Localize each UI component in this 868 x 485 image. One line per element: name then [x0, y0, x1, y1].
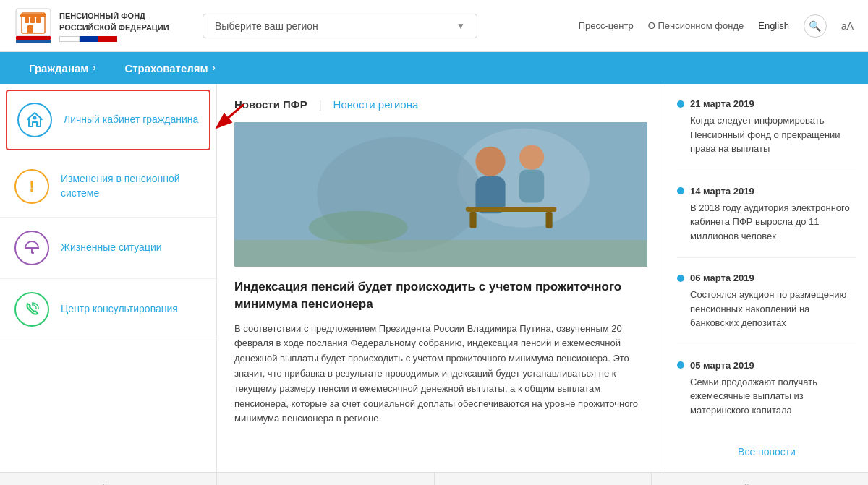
- svg-rect-7: [27, 25, 33, 33]
- news-image-svg: [234, 122, 647, 267]
- nav-chevron-icon: ›: [93, 63, 95, 73]
- news-headline: Индексация пенсий будет происходить с уч…: [234, 278, 647, 313]
- about-link[interactable]: О Пенсионном фонде: [648, 20, 744, 31]
- svg-rect-19: [519, 170, 544, 203]
- all-news-link[interactable]: Все новости: [677, 446, 856, 458]
- svg-rect-21: [469, 212, 476, 228]
- footer: Пенсионный калькулятор Студентам и школь…: [0, 472, 868, 485]
- nav-insurers-label: Страхователям: [124, 62, 208, 74]
- chevron-down-icon: ▼: [456, 21, 465, 31]
- footer-item-invalids[interactable]: Федеральный реестр инвалидов: [652, 473, 868, 485]
- date-dot-icon-2: [677, 275, 684, 282]
- main-content: Личный кабинет гражданина ! Изменени: [0, 84, 868, 472]
- header: ПЕНСИОННЫЙ ФОНД РОССИЙСКОЙ ФЕДЕРАЦИИ Выб…: [0, 0, 868, 52]
- news-tab-divider: |: [319, 98, 322, 111]
- press-center-link[interactable]: Пресс-центр: [579, 20, 634, 31]
- nav-citizens[interactable]: Гражданам ›: [14, 52, 110, 84]
- news-image-bg: [234, 122, 647, 267]
- header-links: Пресс-центр О Пенсионном фонде English 🔍…: [579, 14, 854, 38]
- search-icon: 🔍: [809, 20, 821, 32]
- home-icon-circle: [17, 103, 52, 137]
- date-dot-icon-1: [677, 187, 684, 194]
- navbar: Гражданам › Страхователям ›: [0, 52, 868, 84]
- svg-rect-5: [30, 17, 35, 23]
- svg-rect-1: [16, 36, 51, 40]
- sidebar-item-pension-changes-label: Изменения в пенсионной системе: [61, 172, 202, 200]
- svg-point-18: [519, 145, 544, 169]
- logo-icon: [14, 7, 52, 45]
- news-tab-region[interactable]: Новости региона: [333, 98, 419, 111]
- date-dot-icon-3: [677, 361, 684, 369]
- news-right-item-1: 14 марта 2019 В 2018 году аудитория элек…: [677, 186, 856, 259]
- news-right-item-0: 21 марта 2019 Когда следует информироват…: [677, 98, 856, 171]
- footer-item-students[interactable]: Студентам и школьникам: [217, 473, 434, 485]
- news-right-item-3: 05 марта 2019 Семьи продолжают получать …: [677, 360, 856, 432]
- phone-icon-circle: [14, 292, 49, 327]
- date-text-1: 14 марта 2019: [690, 186, 754, 197]
- svg-point-24: [309, 211, 408, 244]
- svg-rect-20: [466, 207, 557, 212]
- svg-rect-2: [16, 40, 51, 43]
- svg-rect-23: [234, 240, 647, 267]
- search-button[interactable]: 🔍: [804, 14, 827, 38]
- news-right-text-1[interactable]: В 2018 году аудитория электронного кабин…: [677, 201, 856, 244]
- font-size-button[interactable]: аА: [841, 20, 854, 32]
- svg-rect-4: [25, 17, 29, 23]
- news-center: Новости ПФР | Новости региона: [217, 84, 665, 472]
- news-right-text-0[interactable]: Когда следует информировать Пенсионный ф…: [677, 113, 856, 156]
- svg-rect-22: [546, 212, 553, 228]
- sidebar-item-personal-cabinet[interactable]: Личный кабинет гражданина: [6, 90, 210, 150]
- date-text-0: 21 марта 2019: [690, 98, 754, 109]
- exclamation-icon-circle: !: [14, 169, 49, 204]
- news-date-2: 06 марта 2019: [677, 272, 856, 283]
- news-date-3: 05 марта 2019: [677, 360, 856, 371]
- sidebar: Личный кабинет гражданина ! Изменени: [0, 84, 217, 472]
- news-right: 21 марта 2019 Когда следует информироват…: [665, 84, 868, 472]
- sidebar-item-life-situations-label: Жизненные ситуации: [61, 241, 162, 255]
- svg-line-11: [218, 105, 244, 126]
- right-news-list: 21 марта 2019 Когда следует информироват…: [677, 98, 856, 432]
- news-date-1: 14 марта 2019: [677, 186, 856, 197]
- news-body: В соответствии с предложением Президента…: [234, 322, 647, 427]
- news-right-text-2[interactable]: Состоялся аукцион по размещению пенсионн…: [677, 288, 856, 330]
- svg-point-16: [475, 147, 505, 176]
- red-arrow: [208, 101, 251, 140]
- news-right-item-2: 06 марта 2019 Состоялся аукцион по разме…: [677, 272, 856, 345]
- date-dot-icon-0: [677, 100, 684, 108]
- sidebar-item-consulting[interactable]: Центр консультирования: [0, 279, 216, 340]
- footer-item-calculator[interactable]: Пенсионный калькулятор: [0, 473, 217, 485]
- footer-item-egisso[interactable]: ЕГИССО: [435, 473, 652, 485]
- english-link[interactable]: English: [758, 20, 789, 31]
- sidebar-item-life-situations[interactable]: Жизненные ситуации: [0, 218, 216, 279]
- date-text-3: 05 марта 2019: [690, 360, 754, 371]
- region-select[interactable]: Выберите ваш регион ▼: [203, 14, 477, 38]
- news-date-0: 21 марта 2019: [677, 98, 856, 109]
- news-right-text-3[interactable]: Семьи продолжают получать ежемесячные вы…: [677, 375, 856, 418]
- arrow-icon: [208, 101, 251, 137]
- logo-text: ПЕНСИОННЫЙ ФОНД РОССИЙСКОЙ ФЕДЕРАЦИИ: [59, 10, 169, 42]
- nav-citizens-label: Гражданам: [29, 62, 88, 74]
- news-tabs: Новости ПФР | Новости региона: [234, 98, 647, 111]
- region-placeholder: Выберите ваш регион: [215, 20, 318, 32]
- umbrella-icon: [22, 239, 41, 257]
- home-icon: [25, 111, 44, 129]
- news-image: [234, 122, 647, 267]
- date-text-2: 06 марта 2019: [690, 272, 754, 283]
- exclamation-icon: !: [29, 177, 34, 196]
- sidebar-item-consulting-label: Центр консультирования: [61, 302, 178, 317]
- svg-rect-8: [20, 14, 46, 17]
- sidebar-item-personal-cabinet-label: Личный кабинет гражданина: [64, 113, 198, 127]
- nav-insurers[interactable]: Страхователям ›: [110, 52, 229, 84]
- sidebar-item-pension-changes[interactable]: ! Изменения в пенсионной системе: [0, 156, 216, 218]
- logo-area: ПЕНСИОННЫЙ ФОНД РОССИЙСКОЙ ФЕДЕРАЦИИ: [14, 7, 174, 45]
- umbrella-icon-circle: [14, 231, 49, 265]
- nav-chevron-icon-2: ›: [213, 63, 216, 73]
- phone-icon: [22, 300, 41, 319]
- svg-rect-6: [36, 17, 41, 23]
- svg-point-9: [33, 116, 37, 120]
